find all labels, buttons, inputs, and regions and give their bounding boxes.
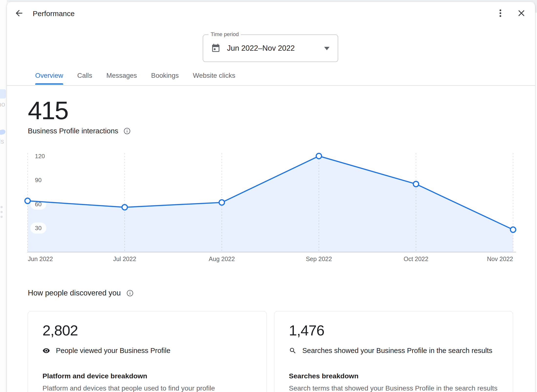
tab-bookings[interactable]: Bookings [151, 69, 179, 85]
tab-messages[interactable]: Messages [106, 69, 137, 85]
time-period-select[interactable]: Time period Jun 2022–Nov 2022 [203, 35, 338, 62]
platform-breakdown-title: Platform and device breakdown [42, 372, 257, 380]
info-icon[interactable] [126, 289, 134, 297]
faded-text-fragment: oho [0, 100, 5, 108]
background-page-strip: oho lls [0, 0, 7, 392]
svg-text:120: 120 [35, 153, 45, 159]
back-button[interactable] [14, 8, 24, 19]
svg-text:90: 90 [35, 177, 41, 183]
dropdown-arrow-icon [324, 47, 330, 50]
svg-text:30: 30 [35, 225, 41, 231]
searches-breakdown-subtitle: Search terms that showed your Business P… [289, 384, 503, 392]
screen: oho lls Performance Time period [0, 0, 537, 392]
searches-card: 1,476 Searches showed your Business Prof… [274, 311, 513, 392]
faded-menu-dots-icon [0, 206, 3, 218]
searches-label: Searches showed your Business Profile in… [302, 347, 493, 355]
tab-website-clicks[interactable]: Website clicks [193, 69, 235, 85]
faded-photo-icon [0, 89, 6, 98]
time-period-value: Jun 2022–Nov 2022 [227, 44, 295, 53]
search-icon [289, 347, 297, 354]
interactions-label-row: Business Profile interactions [28, 127, 131, 135]
faded-text-fragment: lls [0, 137, 4, 145]
interactions-label: Business Profile interactions [28, 127, 118, 135]
page-title: Performance [33, 8, 75, 19]
performance-dialog: Performance Time period Jun 2022–Nov 202… [7, 2, 535, 392]
svg-text:Nov 2022: Nov 2022 [487, 255, 513, 262]
info-icon[interactable] [123, 127, 131, 135]
close-icon [516, 8, 527, 19]
tab-overview[interactable]: Overview [35, 69, 63, 85]
discovery-section-header: How people discovered you [28, 289, 134, 297]
svg-text:Jun 2022: Jun 2022 [28, 255, 53, 262]
more-options-button[interactable] [495, 8, 506, 19]
interactions-chart-area: 306090120Jun 2022Jul 2022Aug 2022Sep 202… [7, 146, 535, 268]
interactions-total: 415 [28, 97, 68, 124]
platform-breakdown-subtitle: Platform and devices that people used to… [42, 384, 257, 392]
discovery-cards: 2,802 People viewed your Business Profil… [28, 311, 513, 392]
profile-views-card: 2,802 People viewed your Business Profil… [28, 311, 267, 392]
searches-count: 1,476 [289, 322, 503, 339]
calendar-icon [211, 43, 221, 53]
svg-text:Oct 2022: Oct 2022 [403, 255, 428, 262]
discovery-section-title: How people discovered you [28, 289, 121, 297]
faded-phone-icon [0, 129, 6, 135]
eye-icon [42, 347, 50, 354]
interactions-chart: 306090120Jun 2022Jul 2022Aug 2022Sep 202… [7, 146, 535, 268]
time-period-label: Time period [208, 31, 241, 38]
svg-text:Jul 2022: Jul 2022 [113, 255, 136, 262]
svg-text:Aug 2022: Aug 2022 [209, 255, 235, 262]
arrow-back-icon [14, 8, 24, 19]
profile-views-count: 2,802 [42, 322, 257, 339]
kebab-menu-icon [496, 8, 505, 19]
svg-text:Sep 2022: Sep 2022 [306, 255, 332, 262]
tab-calls[interactable]: Calls [77, 69, 92, 85]
tabs-divider [7, 85, 535, 86]
profile-views-label: People viewed your Business Profile [56, 347, 170, 355]
close-button[interactable] [516, 8, 527, 19]
searches-breakdown-title: Searches breakdown [289, 372, 503, 380]
tab-bar: Overview Calls Messages Bookings Website… [35, 69, 235, 85]
